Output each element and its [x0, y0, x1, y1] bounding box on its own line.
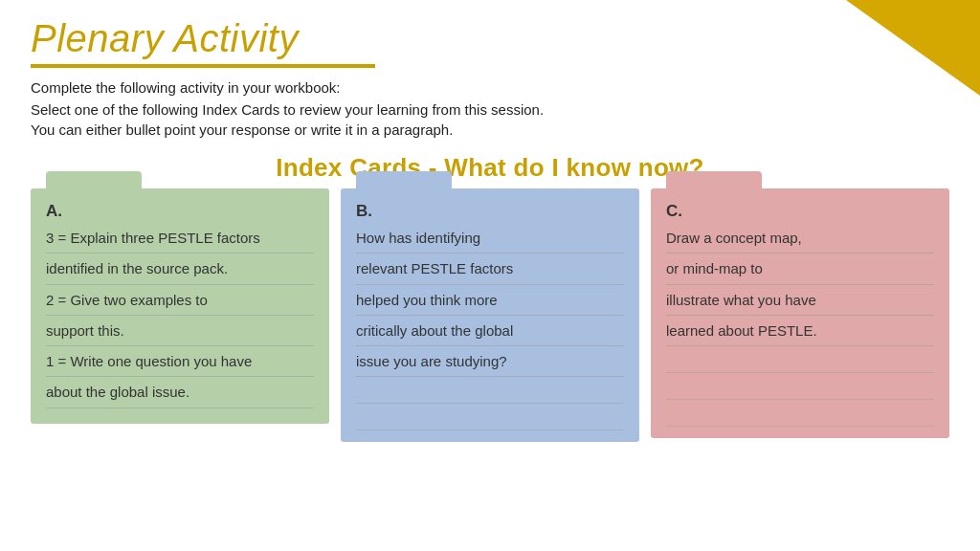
card-a-letter: A.	[46, 202, 314, 221]
card-b-divider-2	[356, 284, 624, 285]
card-c-line-4: learned about PESTLE.	[666, 320, 934, 342]
card-a-divider-3	[46, 315, 314, 316]
card-b-line-4: critically about the global	[356, 320, 624, 342]
card-c-blank-3	[666, 406, 934, 427]
card-b-divider-3	[356, 315, 624, 316]
card-a-divider-1	[46, 253, 314, 253]
card-b-line-5: issue you are studying?	[356, 350, 624, 372]
card-c-blank-1	[666, 352, 934, 373]
card-b-divider-1	[356, 253, 624, 253]
card-a-line-5: 1 = Write one question you have	[46, 350, 314, 372]
card-c-divider-2	[666, 284, 934, 285]
card-b-letter: B.	[356, 202, 624, 221]
card-a-divider-2	[46, 284, 314, 285]
card-a-text: 3 = Explain three PESTLE factors identif…	[46, 227, 314, 408]
card-c-line-2: or mind-map to	[666, 257, 934, 279]
description-text: Select one of the following Index Cards …	[31, 99, 949, 140]
card-c-line-1: Draw a concept map,	[666, 227, 934, 249]
card-c-blank-2	[666, 379, 934, 400]
card-c-line-3: illustrate what you have	[666, 289, 934, 311]
card-b-line-3: helped you think more	[356, 289, 624, 311]
card-c: C. Draw a concept map, or mind-map to il…	[651, 188, 949, 438]
card-c-text: Draw a concept map, or mind-map to illus…	[666, 227, 934, 427]
card-b-line-2: relevant PESTLE factors	[356, 257, 624, 279]
card-b-blank-2	[356, 409, 624, 430]
page-container: Plenary Activity Complete the following …	[0, 0, 980, 551]
card-a-line-6: about the global issue.	[46, 381, 314, 403]
card-b-text: How has identifying relevant PESTLE fact…	[356, 227, 624, 430]
card-b: B. How has identifying relevant PESTLE f…	[341, 188, 639, 442]
card-c-divider-4	[666, 345, 934, 346]
card-c-divider-3	[666, 315, 934, 316]
card-a: A. 3 = Explain three PESTLE factors iden…	[31, 188, 329, 424]
card-b-divider-5	[356, 376, 624, 377]
subtitle-text: Complete the following activity in your …	[31, 79, 949, 96]
card-c-divider-1	[666, 253, 934, 253]
card-b-line-1: How has identifying	[356, 227, 624, 249]
card-a-line-4: support this.	[46, 320, 314, 342]
title-underline	[31, 64, 375, 68]
card-a-line-1: 3 = Explain three PESTLE factors	[46, 227, 314, 249]
page-title: Plenary Activity	[31, 17, 949, 60]
card-a-line-3: 2 = Give two examples to	[46, 289, 314, 311]
cards-container: A. 3 = Explain three PESTLE factors iden…	[31, 188, 949, 442]
card-a-line-2: identified in the source pack.	[46, 257, 314, 279]
card-c-letter: C.	[666, 202, 934, 221]
card-b-blank-1	[356, 383, 624, 404]
card-b-divider-4	[356, 345, 624, 346]
index-cards-heading: Index Cards - What do I know now?	[31, 153, 949, 183]
card-a-divider-6	[46, 408, 314, 408]
card-a-divider-4	[46, 345, 314, 346]
card-a-divider-5	[46, 376, 314, 377]
